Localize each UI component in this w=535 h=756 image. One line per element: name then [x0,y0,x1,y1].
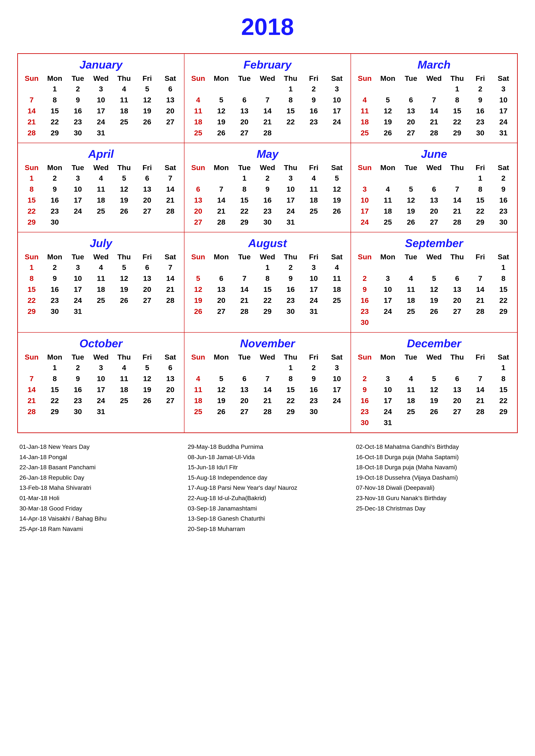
day-cell: 0 [210,262,233,273]
day-grid: SunMonTueWedThuFriSat0000012345678910111… [353,163,515,228]
day-cell: 7 [256,373,279,384]
day-cell: 0 [469,362,492,373]
day-cell: 0 [399,317,422,328]
day-cell: 9 [43,273,66,284]
holiday-item: 17-Aug-18 Parsi New Year's day/ Nauroz [188,483,347,493]
day-cell: 3 [89,362,112,373]
day-cell: 16 [353,295,376,306]
day-cell: 10 [302,273,325,284]
day-header-wed: Wed [89,163,112,173]
day-header-fri: Fri [469,73,492,83]
day-cell: 8 [492,373,515,384]
day-cell: 15 [20,284,43,295]
day-cell: 7 [20,373,43,384]
day-header-fri: Fri [469,252,492,262]
day-header-wed: Wed [422,73,445,83]
day-cell: 8 [469,184,492,195]
day-cell: 0 [422,83,445,94]
day-cell: 28 [210,217,233,228]
day-header-thu: Thu [446,352,469,362]
day-header-thu: Thu [446,252,469,262]
day-cell: 7 [233,273,256,284]
day-cell: 22 [256,295,279,306]
day-cell: 9 [66,94,89,105]
day-cell: 29 [279,406,302,417]
day-cell: 11 [186,105,210,117]
day-cell: 30 [66,406,89,417]
day-cell: 11 [89,273,112,284]
day-header-thu: Thu [113,73,136,83]
day-cell: 0 [422,317,445,328]
day-cell: 30 [469,127,492,138]
day-cell: 8 [20,273,43,284]
day-cell: 3 [66,173,89,184]
day-cell: 22 [43,395,66,406]
day-cell: 9 [256,184,279,195]
day-cell: 2 [66,362,89,373]
day-cell: 12 [422,284,445,295]
month-cell-november: NovemberSunMonTueWedThuFriSat00001234567… [184,333,351,433]
day-grid: SunMonTueWedThuFriSat0001234567891011121… [186,252,349,317]
day-cell: 27 [159,117,182,127]
day-cell: 25 [186,127,210,138]
day-cell: 5 [210,94,233,105]
day-cell: 10 [66,273,89,284]
day-header-sat: Sat [325,73,349,83]
day-cell: 29 [43,127,66,138]
day-cell: 7 [159,262,182,273]
day-header-sat: Sat [159,163,182,173]
day-cell: 0 [399,417,422,428]
day-cell: 18 [186,117,210,127]
day-cell: 23 [353,306,376,317]
day-cell: 8 [256,273,279,284]
day-cell: 9 [279,273,302,284]
day-cell: 3 [66,262,89,273]
day-cell: 24 [89,117,112,127]
day-cell: 0 [20,83,43,94]
day-grid: SunMonTueWedThuFriSat0000001234567891011… [353,352,515,428]
day-cell: 28 [233,306,256,317]
day-cell: 28 [159,206,182,217]
day-cell: 23 [43,295,66,306]
day-cell: 11 [302,184,325,195]
day-cell: 19 [113,195,136,206]
day-cell: 9 [66,373,89,384]
day-cell: 17 [325,105,349,117]
day-cell: 22 [492,295,515,306]
day-cell: 28 [256,406,279,417]
day-header-mon: Mon [376,73,399,83]
day-cell: 0 [376,317,399,328]
day-cell: 14 [159,184,182,195]
day-cell: 2 [66,83,89,94]
day-cell: 10 [279,184,302,195]
day-cell: 25 [399,406,422,417]
day-header-mon: Mon [376,352,399,362]
day-cell: 0 [210,173,233,184]
day-cell: 28 [256,127,279,138]
day-cell: 30 [353,417,376,428]
day-cell: 7 [422,94,445,105]
day-cell: 8 [279,373,302,384]
holiday-item: 20-Sep-18 Muharram [188,524,347,534]
day-cell: 4 [399,273,422,284]
day-cell: 15 [43,105,66,117]
day-cell: 23 [66,395,89,406]
day-cell: 17 [89,384,112,395]
day-cell: 9 [492,184,515,195]
day-header-mon: Mon [43,352,66,362]
day-cell: 14 [210,195,233,206]
day-cell: 19 [422,395,445,406]
day-cell: 18 [113,105,136,117]
day-cell: 11 [113,373,136,384]
day-cell: 0 [446,262,469,273]
day-cell: 16 [256,195,279,206]
holiday-item: 22-Aug-18 Id-ul-Zuha(Bakrid) [188,493,347,503]
day-header-tue: Tue [66,73,89,83]
day-header-sun: Sun [186,73,210,83]
day-cell: 12 [113,273,136,284]
day-cell: 0 [136,306,159,317]
day-header-tue: Tue [233,252,256,262]
day-cell: 19 [422,295,445,306]
month-name: December [353,337,515,350]
holiday-item: 07-Nov-18 Diwali (Deepavali) [356,483,516,493]
